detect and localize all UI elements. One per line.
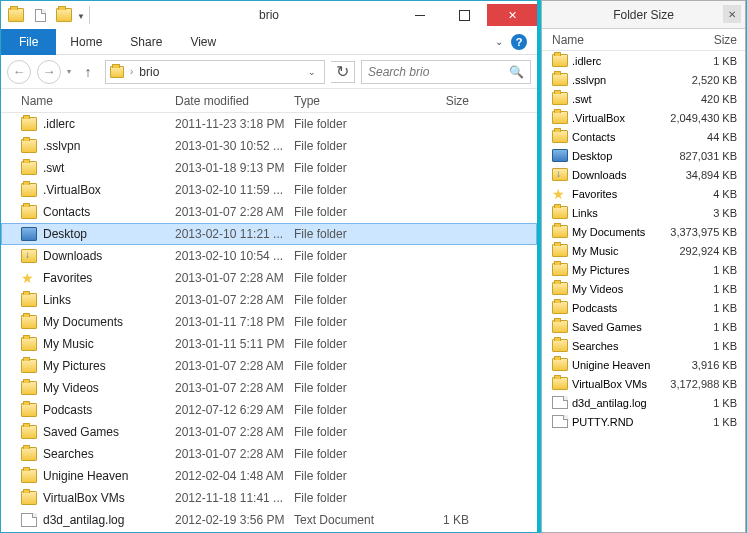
back-button[interactable]: ← bbox=[7, 60, 31, 84]
file-type: File folder bbox=[294, 271, 409, 285]
address-bar[interactable]: › brio ⌄ bbox=[105, 60, 325, 84]
folder-icon bbox=[552, 301, 568, 314]
panel-row[interactable]: Searches1 KB bbox=[542, 336, 745, 355]
file-type: File folder bbox=[294, 139, 409, 153]
panel-row[interactable]: ★Favorites4 KB bbox=[542, 184, 745, 203]
panel-item-name: VirtualBox VMs bbox=[572, 378, 657, 390]
address-path[interactable]: brio bbox=[139, 65, 159, 79]
panel-row[interactable]: My Music292,924 KB bbox=[542, 241, 745, 260]
folder-icon bbox=[21, 117, 37, 131]
file-row[interactable]: My Documents2013-01-11 7:18 PMFile folde… bbox=[1, 311, 537, 333]
tab-view[interactable]: View bbox=[176, 29, 230, 55]
panel-row[interactable]: Saved Games1 KB bbox=[542, 317, 745, 336]
tab-file[interactable]: File bbox=[1, 29, 56, 55]
panel-row[interactable]: .VirtualBox2,049,430 KB bbox=[542, 108, 745, 127]
file-row[interactable]: Links2013-01-07 2:28 AMFile folder bbox=[1, 289, 537, 311]
panel-item-name: Links bbox=[572, 207, 657, 219]
header-date[interactable]: Date modified bbox=[175, 94, 294, 108]
search-box[interactable]: 🔍 bbox=[361, 60, 531, 84]
panel-row[interactable]: d3d_antilag.log1 KB bbox=[542, 393, 745, 412]
file-row[interactable]: My Pictures2013-01-07 2:28 AMFile folder bbox=[1, 355, 537, 377]
help-icon[interactable]: ? bbox=[511, 34, 527, 50]
file-date: 2013-01-07 2:28 AM bbox=[175, 205, 294, 219]
folder-icon bbox=[56, 8, 72, 22]
panel-item-size: 4 KB bbox=[657, 188, 737, 200]
file-row[interactable]: PUTTY.RND2013-02-10 10:51 ...RND File bbox=[1, 531, 537, 532]
file-row[interactable]: Desktop2013-02-10 11:21 ...File folder bbox=[1, 223, 537, 245]
panel-row[interactable]: .swt420 KB bbox=[542, 89, 745, 108]
panel-row[interactable]: .idlerc1 KB bbox=[542, 51, 745, 70]
file-row[interactable]: My Videos2013-01-07 2:28 AMFile folder bbox=[1, 377, 537, 399]
qat-new-folder[interactable] bbox=[53, 4, 75, 26]
file-row[interactable]: Saved Games2013-01-07 2:28 AMFile folder bbox=[1, 421, 537, 443]
search-icon: 🔍 bbox=[509, 65, 524, 79]
address-dropdown-icon[interactable]: ⌄ bbox=[304, 67, 320, 77]
file-row[interactable]: Downloads2013-02-10 10:54 ...File folder bbox=[1, 245, 537, 267]
file-list[interactable]: .idlerc2011-11-23 3:18 PMFile folder.ssl… bbox=[1, 113, 537, 532]
file-date: 2013-01-18 9:13 PM bbox=[175, 161, 294, 175]
file-row[interactable]: .idlerc2011-11-23 3:18 PMFile folder bbox=[1, 113, 537, 135]
panel-close-button[interactable]: ✕ bbox=[723, 5, 741, 23]
minimize-button[interactable] bbox=[397, 4, 442, 26]
history-dropdown-icon[interactable]: ▾ bbox=[67, 67, 71, 76]
file-row[interactable]: ★Favorites2013-01-07 2:28 AMFile folder bbox=[1, 267, 537, 289]
panel-row[interactable]: Podcasts1 KB bbox=[542, 298, 745, 317]
file-size: 1 KB bbox=[409, 513, 489, 527]
desktop-icon bbox=[21, 227, 37, 241]
file-row[interactable]: .sslvpn2013-01-30 10:52 ...File folder bbox=[1, 135, 537, 157]
folder-icon bbox=[552, 92, 568, 105]
panel-list[interactable]: .idlerc1 KB.sslvpn2,520 KB.swt420 KB.Vir… bbox=[542, 51, 745, 532]
panel-row[interactable]: VirtualBox VMs3,172,988 KB bbox=[542, 374, 745, 393]
tab-home[interactable]: Home bbox=[56, 29, 116, 55]
file-icon bbox=[21, 513, 37, 527]
search-input[interactable] bbox=[368, 65, 508, 79]
panel-row[interactable]: My Documents3,373,975 KB bbox=[542, 222, 745, 241]
file-row[interactable]: Searches2013-01-07 2:28 AMFile folder bbox=[1, 443, 537, 465]
file-date: 2013-01-30 10:52 ... bbox=[175, 139, 294, 153]
header-name[interactable]: Name bbox=[21, 94, 175, 108]
file-name: Desktop bbox=[43, 227, 175, 241]
tab-share[interactable]: Share bbox=[116, 29, 176, 55]
file-row[interactable]: VirtualBox VMs2012-11-18 11:41 ...File f… bbox=[1, 487, 537, 509]
panel-row[interactable]: Unigine Heaven3,916 KB bbox=[542, 355, 745, 374]
app-icon[interactable] bbox=[5, 4, 27, 26]
close-button[interactable] bbox=[487, 4, 537, 26]
panel-item-size: 292,924 KB bbox=[657, 245, 737, 257]
up-button[interactable]: ↑ bbox=[77, 61, 99, 83]
file-row[interactable]: Unigine Heaven2012-02-04 1:48 AMFile fol… bbox=[1, 465, 537, 487]
file-row[interactable]: d3d_antilag.log2012-02-19 3:56 PMText Do… bbox=[1, 509, 537, 531]
panel-item-name: .VirtualBox bbox=[572, 112, 657, 124]
panel-item-name: Unigine Heaven bbox=[572, 359, 657, 371]
panel-row[interactable]: Contacts44 KB bbox=[542, 127, 745, 146]
panel-header-size[interactable]: Size bbox=[657, 33, 737, 47]
file-name: My Music bbox=[43, 337, 175, 351]
panel-row[interactable]: My Videos1 KB bbox=[542, 279, 745, 298]
folder-icon bbox=[21, 447, 37, 461]
panel-item-size: 3,916 KB bbox=[657, 359, 737, 371]
file-row[interactable]: My Music2013-01-11 5:11 PMFile folder bbox=[1, 333, 537, 355]
forward-button[interactable]: → bbox=[37, 60, 61, 84]
refresh-button[interactable]: ↻ bbox=[331, 61, 355, 83]
panel-row[interactable]: Downloads34,894 KB bbox=[542, 165, 745, 184]
qat-dropdown[interactable]: ▼ bbox=[77, 10, 85, 21]
file-row[interactable]: Contacts2013-01-07 2:28 AMFile folder bbox=[1, 201, 537, 223]
file-row[interactable]: .VirtualBox2013-02-10 11:59 ...File fold… bbox=[1, 179, 537, 201]
header-size[interactable]: Size bbox=[409, 94, 489, 108]
qat-properties[interactable] bbox=[29, 4, 51, 26]
folder-icon bbox=[552, 54, 568, 67]
file-name: Unigine Heaven bbox=[43, 469, 175, 483]
file-type: File folder bbox=[294, 469, 409, 483]
panel-row[interactable]: Links3 KB bbox=[542, 203, 745, 222]
panel-row[interactable]: .sslvpn2,520 KB bbox=[542, 70, 745, 89]
file-row[interactable]: Podcasts2012-07-12 6:29 AMFile folder bbox=[1, 399, 537, 421]
header-type[interactable]: Type bbox=[294, 94, 409, 108]
file-date: 2012-02-19 3:56 PM bbox=[175, 513, 294, 527]
panel-row[interactable]: My Pictures1 KB bbox=[542, 260, 745, 279]
ribbon-expand-icon[interactable]: ⌄ bbox=[495, 36, 503, 47]
panel-header-name[interactable]: Name bbox=[552, 33, 657, 47]
file-row[interactable]: .swt2013-01-18 9:13 PMFile folder bbox=[1, 157, 537, 179]
maximize-button[interactable] bbox=[442, 4, 487, 26]
panel-row[interactable]: Desktop827,031 KB bbox=[542, 146, 745, 165]
file-name: Saved Games bbox=[43, 425, 175, 439]
panel-row[interactable]: PUTTY.RND1 KB bbox=[542, 412, 745, 431]
